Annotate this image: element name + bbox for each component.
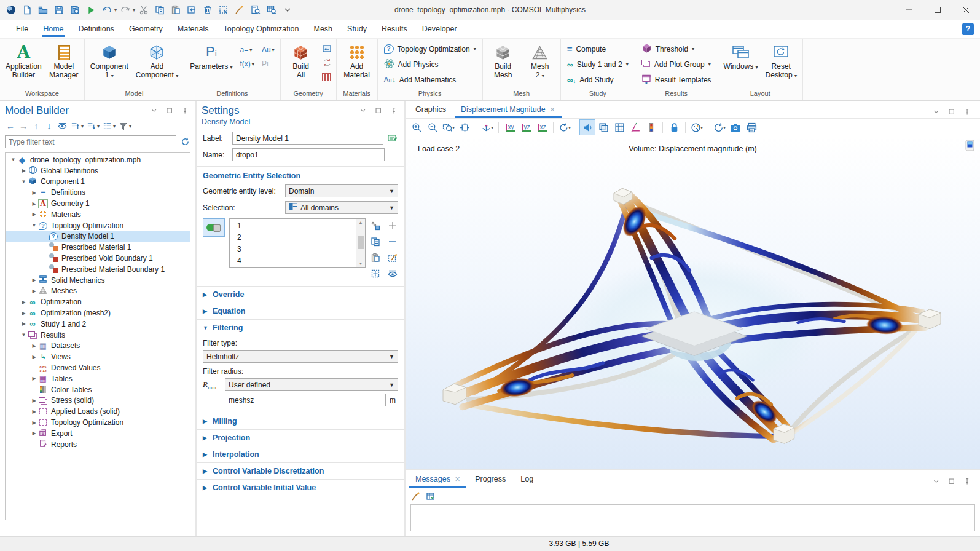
- view-xz-icon[interactable]: xz: [535, 120, 549, 135]
- menu-tab-developer[interactable]: Developer: [415, 20, 465, 38]
- cut-icon[interactable]: [136, 2, 151, 17]
- expander-icon[interactable]: ▶: [30, 420, 38, 426]
- filter-type-select[interactable]: Helmholtz▼: [203, 350, 398, 363]
- model-tree-node-text-icon[interactable]: [101, 120, 112, 132]
- expander-icon[interactable]: ▼: [20, 332, 28, 338]
- messages-output[interactable]: [410, 504, 975, 531]
- open-icon[interactable]: [36, 2, 50, 17]
- show-selection-icon[interactable]: [387, 268, 398, 280]
- tree-item-color-tables[interactable]: Color Tables: [6, 384, 190, 395]
- section-equation[interactable]: ▶Equation: [197, 303, 404, 319]
- copy-icon[interactable]: [152, 2, 167, 17]
- tab-displacement-magnitude[interactable]: Displacement Magnitude✕: [453, 101, 563, 118]
- run-icon[interactable]: [84, 2, 98, 17]
- menu-tab-file[interactable]: File: [9, 20, 36, 38]
- view-xy-icon[interactable]: xy: [503, 120, 517, 135]
- scene-light-icon[interactable]: [580, 120, 595, 135]
- ribbon-small-a[interactable]: a= ▾: [238, 43, 256, 57]
- selection-item[interactable]: 1: [230, 220, 356, 232]
- menu-tab-materials[interactable]: Materials: [170, 20, 216, 38]
- section-control-variable-discretization[interactable]: ▶Control Variable Discretization: [197, 462, 404, 479]
- tree-item-global-definitions[interactable]: ▶Global Definitions: [6, 165, 190, 176]
- ribbon-button-add-physics[interactable]: Add Physics: [380, 57, 442, 72]
- back-icon[interactable]: ←: [5, 120, 16, 132]
- rotate-icon[interactable]: ▾: [557, 120, 572, 135]
- close-tab-icon[interactable]: ✕: [455, 475, 460, 483]
- select-box-icon[interactable]: [216, 2, 231, 17]
- find-document-icon[interactable]: [248, 2, 263, 17]
- expander-icon[interactable]: ▶: [30, 190, 38, 196]
- ribbon-button-mesh-2[interactable]: Mesh2 ▾: [522, 41, 558, 81]
- pin-icon[interactable]: [179, 105, 190, 117]
- transparency-icon[interactable]: [596, 120, 611, 135]
- tree-item-component-1[interactable]: ▼Component 1: [6, 176, 190, 188]
- menu-tab-mesh[interactable]: Mesh: [306, 20, 340, 38]
- name-field-input[interactable]: [232, 148, 385, 161]
- snapshot-icon[interactable]: [728, 120, 743, 135]
- ribbon-button-add-plot-group[interactable]: Add Plot Group▾: [638, 57, 715, 72]
- float-icon[interactable]: [164, 105, 175, 117]
- selection-item[interactable]: 3: [230, 244, 356, 255]
- go-to-view-icon[interactable]: ▾: [480, 120, 495, 135]
- selection-item[interactable]: 4: [230, 255, 356, 267]
- tree-item-optimization-mesh2[interactable]: ▶∞Optimization (mesh2): [6, 307, 190, 319]
- tree-item-drone-topology-optimization-mph[interactable]: ▼◆drone_topology_optimization.mph: [6, 154, 190, 165]
- tree-item-reports[interactable]: Reports: [6, 439, 190, 450]
- ribbon-button-add-mathematics[interactable]: Δu↓Add Mathematics: [380, 72, 460, 87]
- paste-icon[interactable]: [168, 2, 183, 17]
- ribbon-button-threshold[interactable]: Threshold▾: [638, 41, 698, 57]
- menu-tab-home[interactable]: Home: [36, 20, 71, 38]
- maximize-icon[interactable]: [923, 0, 952, 20]
- section-milling[interactable]: ▶Milling: [197, 413, 404, 429]
- tree-item-geometry-1[interactable]: ▶AGeometry 1: [6, 198, 190, 209]
- ribbon-button-application-builder[interactable]: AApplicationBuilder: [2, 41, 45, 80]
- tab-graphics[interactable]: Graphics: [408, 101, 453, 118]
- expand-collapse-up-icon[interactable]: [69, 120, 80, 132]
- expander-icon[interactable]: ▶: [20, 311, 28, 316]
- ribbon-button-windows[interactable]: Windows ▾: [721, 41, 761, 73]
- update-plot-icon[interactable]: ▾: [712, 120, 727, 135]
- filter-funnel-icon[interactable]: [117, 120, 128, 132]
- tree-item-stress-solid[interactable]: ▶Stress (solid): [6, 395, 190, 406]
- menu-tab-geometry[interactable]: Geometry: [122, 20, 170, 38]
- insert-sequence-icon[interactable]: [320, 42, 334, 55]
- ribbon-button-study-1-and-2[interactable]: ∞Study 1 and 2▾: [563, 57, 632, 72]
- environment-icon[interactable]: ▾: [689, 120, 704, 135]
- expander-icon[interactable]: ▶: [30, 288, 38, 294]
- expand-collapse-down-icon[interactable]: [85, 120, 96, 132]
- tab-messages[interactable]: Messages✕: [408, 470, 468, 488]
- view-yz-icon[interactable]: yz: [519, 120, 533, 135]
- clear-selection-icon[interactable]: [387, 252, 398, 264]
- ribbon-small-f-x[interactable]: f(x) ▾: [238, 57, 256, 71]
- zoom-in-icon[interactable]: [409, 120, 424, 135]
- expander-icon[interactable]: ▶: [30, 376, 38, 381]
- selection-list[interactable]: 1234 ▲▼: [229, 218, 366, 268]
- expander-icon[interactable]: ▶: [30, 398, 38, 403]
- tree-item-derived-values[interactable]: 8.85e-12Derived Values: [6, 362, 190, 373]
- menu-tab-results[interactable]: Results: [374, 20, 415, 38]
- minimize-icon[interactable]: [895, 0, 923, 20]
- expander-icon[interactable]: ▶: [30, 212, 38, 217]
- section-interpolation[interactable]: ▶Interpolation: [197, 446, 404, 462]
- update-geometry-icon[interactable]: [320, 56, 334, 69]
- save-icon[interactable]: [52, 2, 66, 17]
- delete-icon[interactable]: [200, 2, 215, 17]
- expander-icon[interactable]: ▶: [20, 299, 28, 305]
- filter-radius-input[interactable]: [225, 394, 386, 406]
- find-table-icon[interactable]: [264, 2, 279, 17]
- menu-tab-topology-optimization[interactable]: Topology Optimization: [216, 20, 306, 38]
- pin-icon[interactable]: [962, 475, 973, 488]
- virtual-operations-icon[interactable]: [320, 70, 334, 84]
- expander-icon[interactable]: ▶: [30, 201, 38, 207]
- panel-menu-icon[interactable]: [149, 105, 160, 117]
- tree-item-meshes[interactable]: ▶Meshes: [6, 286, 190, 297]
- ribbon-button-add-material[interactable]: AddMaterial: [339, 41, 375, 80]
- ribbon-button-reset-desktop[interactable]: ResetDesktop ▾: [762, 41, 800, 81]
- section-filtering[interactable]: ▼Filtering: [197, 319, 404, 336]
- label-field-input[interactable]: [232, 132, 383, 145]
- menu-tab-study[interactable]: Study: [340, 20, 374, 38]
- zoom-extents-icon[interactable]: [457, 120, 472, 135]
- tree-item-export[interactable]: ▶Export: [6, 428, 190, 439]
- create-selection-icon[interactable]: [370, 220, 381, 232]
- expander-icon[interactable]: ▶: [20, 321, 28, 327]
